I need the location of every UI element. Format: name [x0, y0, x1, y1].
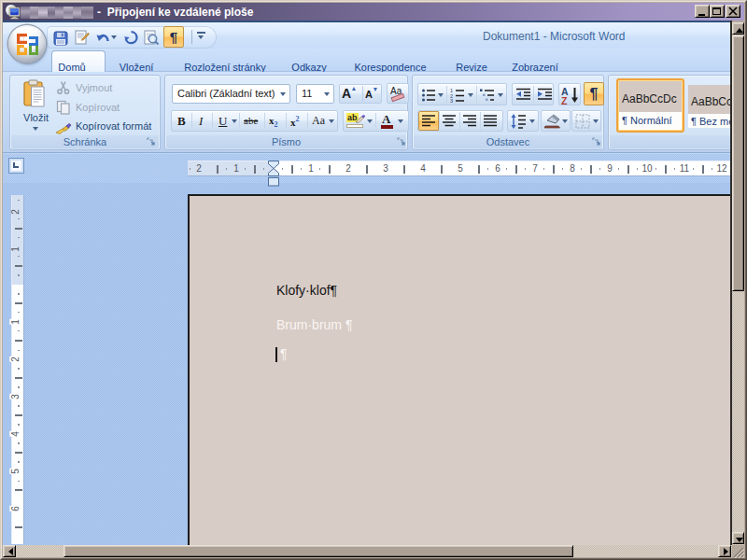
svg-text:Z: Z: [561, 95, 568, 105]
svg-text:3: 3: [450, 98, 453, 103]
